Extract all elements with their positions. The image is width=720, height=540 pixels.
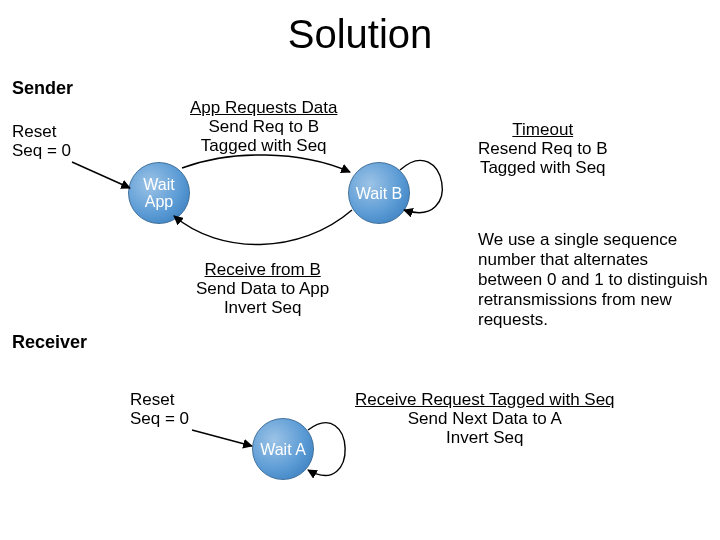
reset-sender-label: Reset Seq = 0	[12, 122, 71, 160]
text-line: App Requests Data	[190, 98, 337, 117]
text-line: Tagged with Seq	[478, 158, 607, 177]
text-line: Timeout	[478, 120, 607, 139]
reset-receiver-label: Reset Seq = 0	[130, 390, 189, 428]
state-wait-a: Wait A	[252, 418, 314, 480]
state-label: App	[145, 193, 173, 210]
text-line: Tagged with Seq	[190, 136, 337, 155]
state-label: Wait B	[356, 185, 403, 202]
sender-section-label: Sender	[12, 78, 73, 99]
explanation-text: We use a single sequence number that alt…	[478, 230, 710, 330]
text-line: Reset	[12, 122, 71, 141]
text-line: Receive from B	[196, 260, 329, 279]
text-line: Reset	[130, 390, 189, 409]
text-line: Send Next Data to A	[355, 409, 615, 428]
text-line: Resend Req to B	[478, 139, 607, 158]
state-wait-b: Wait B	[348, 162, 410, 224]
text-line: Send Data to App	[196, 279, 329, 298]
text-line: Seq = 0	[12, 141, 71, 160]
state-wait-app: Wait App	[128, 162, 190, 224]
receiver-section-label: Receiver	[12, 332, 87, 353]
state-label: Wait A	[260, 441, 306, 458]
app-requests-data-label: App Requests Data Send Req to B Tagged w…	[190, 98, 337, 155]
text-line: Receive Request Tagged with Seq	[355, 390, 615, 409]
receive-from-b-label: Receive from B Send Data to App Invert S…	[196, 260, 329, 317]
text-line: Invert Seq	[355, 428, 615, 447]
slide-title: Solution	[0, 12, 720, 57]
text-line: Invert Seq	[196, 298, 329, 317]
timeout-label: Timeout Resend Req to B Tagged with Seq	[478, 120, 607, 177]
text-line: Seq = 0	[130, 409, 189, 428]
state-label: Wait	[143, 176, 174, 193]
receive-request-label: Receive Request Tagged with Seq Send Nex…	[355, 390, 615, 447]
text-line: Send Req to B	[190, 117, 337, 136]
